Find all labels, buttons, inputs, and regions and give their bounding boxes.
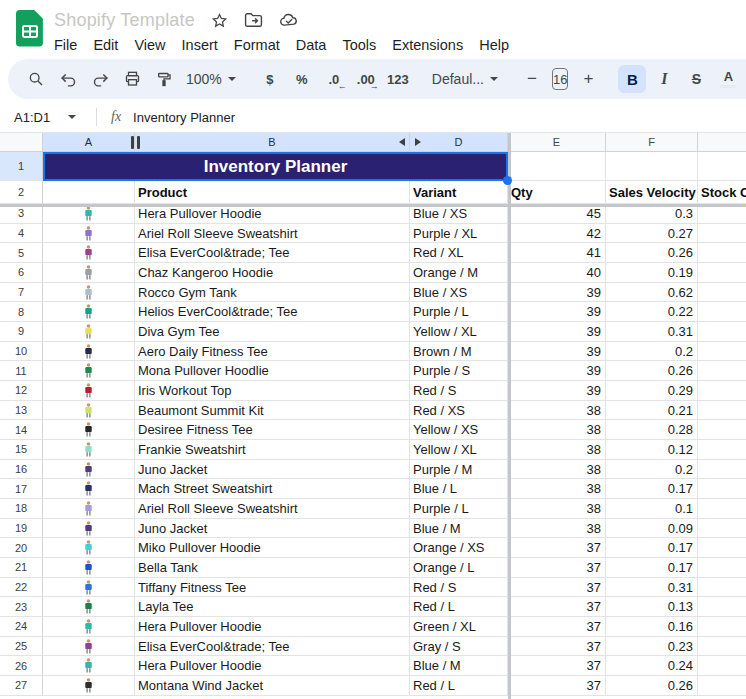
- row-header-21[interactable]: 21: [0, 558, 43, 578]
- velocity-cell[interactable]: 0.26: [606, 676, 698, 696]
- header-qty[interactable]: Qty: [508, 181, 606, 204]
- product-image-cell[interactable]: [43, 302, 135, 322]
- menu-view[interactable]: View: [126, 35, 173, 55]
- product-image-cell[interactable]: [43, 597, 135, 617]
- row-header-5[interactable]: 5: [0, 243, 43, 263]
- row-header-12[interactable]: 12: [0, 381, 43, 401]
- product-name-cell[interactable]: Hera Pullover Hoodie: [135, 617, 410, 637]
- product-image-cell[interactable]: [43, 460, 135, 480]
- product-name-cell[interactable]: Aero Daily Fitness Tee: [135, 342, 410, 362]
- variant-cell[interactable]: Orange / L: [410, 558, 508, 578]
- qty-cell[interactable]: 37: [508, 637, 606, 657]
- undo-icon[interactable]: [54, 65, 82, 93]
- variant-cell[interactable]: Red / XS: [410, 401, 508, 421]
- product-name-cell[interactable]: Mona Pullover Hoodlie: [135, 361, 410, 381]
- cell-e1[interactable]: [508, 152, 606, 181]
- frozen-columns-divider[interactable]: [508, 133, 511, 699]
- qty-cell[interactable]: 37: [508, 676, 606, 696]
- velocity-cell[interactable]: 0.27: [606, 224, 698, 244]
- italic-button[interactable]: I: [650, 65, 678, 93]
- header-stock-cover[interactable]: Stock C: [698, 181, 746, 204]
- font-family-selector[interactable]: Defaul...: [426, 65, 504, 93]
- move-to-folder-icon[interactable]: [244, 12, 263, 28]
- stock-cover-cell[interactable]: [698, 243, 746, 263]
- product-name-cell[interactable]: Diva Gym Tee: [135, 322, 410, 342]
- variant-cell[interactable]: Orange / M: [410, 263, 508, 283]
- velocity-cell[interactable]: 0.28: [606, 420, 698, 440]
- menu-tools[interactable]: Tools: [334, 35, 384, 55]
- product-name-cell[interactable]: Elisa EverCool&trade; Tee: [135, 243, 410, 263]
- print-icon[interactable]: [118, 65, 146, 93]
- product-name-cell[interactable]: Juno Jacket: [135, 460, 410, 480]
- velocity-cell[interactable]: 0.1: [606, 499, 698, 519]
- menu-format[interactable]: Format: [226, 35, 288, 55]
- stock-cover-cell[interactable]: [698, 676, 746, 696]
- variant-cell[interactable]: Blue / XS: [410, 283, 508, 303]
- velocity-cell[interactable]: 0.23: [606, 637, 698, 657]
- product-name-cell[interactable]: Beaumont Summit Kit: [135, 401, 410, 421]
- cell-a2[interactable]: [43, 181, 135, 204]
- qty-cell[interactable]: 38: [508, 519, 606, 539]
- variant-cell[interactable]: Blue / L: [410, 479, 508, 499]
- qty-cell[interactable]: 37: [508, 558, 606, 578]
- product-image-cell[interactable]: [43, 519, 135, 539]
- qty-cell[interactable]: 38: [508, 479, 606, 499]
- stock-cover-cell[interactable]: [698, 519, 746, 539]
- stock-cover-cell[interactable]: [698, 263, 746, 283]
- stock-cover-cell[interactable]: [698, 558, 746, 578]
- header-sales-velocity[interactable]: Sales Velocity: [606, 181, 698, 204]
- velocity-cell[interactable]: 0.17: [606, 479, 698, 499]
- product-name-cell[interactable]: Chaz Kangeroo Hoodie: [135, 263, 410, 283]
- variant-cell[interactable]: Yellow / XL: [410, 322, 508, 342]
- text-color-button[interactable]: A: [714, 65, 742, 93]
- increase-font-size-button[interactable]: +: [574, 65, 602, 93]
- stock-cover-cell[interactable]: [698, 342, 746, 362]
- unhide-left-icon[interactable]: [399, 138, 405, 146]
- product-name-cell[interactable]: Helios EverCool&trade; Tee: [135, 302, 410, 322]
- product-image-cell[interactable]: [43, 361, 135, 381]
- product-image-cell[interactable]: [43, 637, 135, 657]
- stock-cover-cell[interactable]: [698, 381, 746, 401]
- variant-cell[interactable]: Red / XL: [410, 243, 508, 263]
- product-name-cell[interactable]: Juno Jacket: [135, 519, 410, 539]
- stock-cover-cell[interactable]: [698, 401, 746, 421]
- product-image-cell[interactable]: [43, 243, 135, 263]
- product-image-cell[interactable]: [43, 656, 135, 676]
- zoom-control[interactable]: 100%: [180, 65, 242, 93]
- banner-cell[interactable]: Inventory Planner: [43, 152, 508, 181]
- product-image-cell[interactable]: [43, 578, 135, 598]
- stock-cover-cell[interactable]: [698, 302, 746, 322]
- variant-cell[interactable]: Green / XL: [410, 617, 508, 637]
- velocity-cell[interactable]: 0.17: [606, 558, 698, 578]
- row-header-13[interactable]: 13: [0, 401, 43, 421]
- more-formats-button[interactable]: 123: [384, 65, 412, 93]
- product-image-cell[interactable]: [43, 401, 135, 421]
- qty-cell[interactable]: 39: [508, 361, 606, 381]
- column-header-d[interactable]: D: [410, 133, 508, 152]
- column-header-a[interactable]: A: [43, 133, 135, 152]
- velocity-cell[interactable]: 0.16: [606, 617, 698, 637]
- velocity-cell[interactable]: 0.31: [606, 322, 698, 342]
- column-header-e[interactable]: E: [508, 133, 606, 152]
- variant-cell[interactable]: Brown / M: [410, 342, 508, 362]
- row-header-6[interactable]: 6: [0, 263, 43, 283]
- paint-format-icon[interactable]: [150, 65, 178, 93]
- frozen-rows-divider[interactable]: [0, 204, 746, 207]
- product-name-cell[interactable]: Montana Wind Jacket: [135, 676, 410, 696]
- qty-cell[interactable]: 38: [508, 499, 606, 519]
- product-image-cell[interactable]: [43, 224, 135, 244]
- column-header-f[interactable]: F: [606, 133, 698, 152]
- selection-fill-handle[interactable]: [503, 176, 512, 185]
- menu-file[interactable]: File: [46, 35, 85, 55]
- product-image-cell[interactable]: [43, 479, 135, 499]
- row-header-18[interactable]: 18: [0, 499, 43, 519]
- decrease-decimal-button[interactable]: .0 ←: [320, 65, 348, 93]
- stock-cover-cell[interactable]: [698, 637, 746, 657]
- row-header-10[interactable]: 10: [0, 342, 43, 362]
- qty-cell[interactable]: 38: [508, 440, 606, 460]
- menu-data[interactable]: Data: [288, 35, 335, 55]
- redo-icon[interactable]: [86, 65, 114, 93]
- product-name-cell[interactable]: Rocco Gym Tank: [135, 283, 410, 303]
- product-name-cell[interactable]: Elisa EverCool&trade; Tee: [135, 637, 410, 657]
- velocity-cell[interactable]: 0.17: [606, 538, 698, 558]
